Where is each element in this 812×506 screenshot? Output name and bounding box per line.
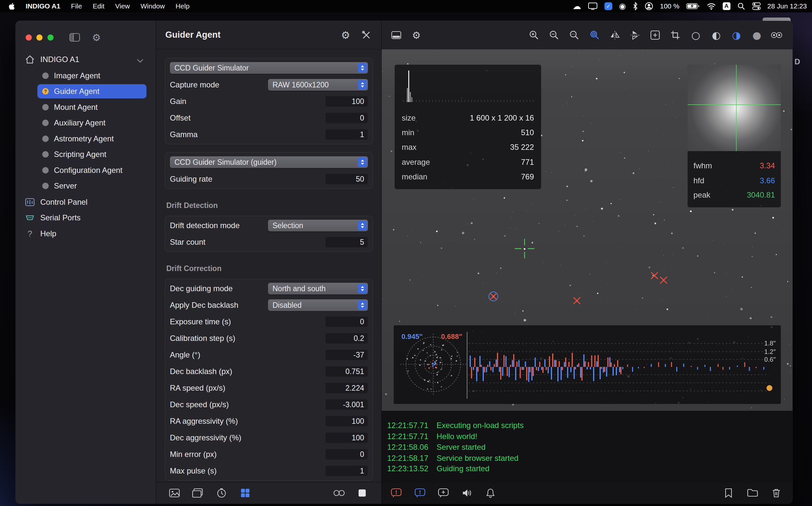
menu-edit[interactable]: Edit bbox=[93, 2, 104, 10]
menubar-app-name[interactable]: INDIGO A1 bbox=[26, 2, 61, 10]
sidebar-settings-gear-icon[interactable]: ⚙ bbox=[90, 32, 103, 43]
drift-correction-section-title: Drift Correction bbox=[166, 264, 372, 273]
offset-field[interactable]: 0 bbox=[325, 112, 368, 123]
log-line: 12:21:58.06Server started bbox=[387, 443, 486, 452]
stretch-none-icon[interactable]: ○ bbox=[688, 21, 704, 50]
speaker-icon[interactable] bbox=[459, 482, 475, 504]
grid-view-icon[interactable] bbox=[238, 482, 252, 504]
dec-aggressivity-field[interactable]: 100 bbox=[325, 432, 368, 443]
gain-field[interactable]: 100 bbox=[325, 96, 368, 107]
help-icon: ? bbox=[25, 229, 35, 239]
folder-icon[interactable] bbox=[745, 482, 760, 504]
drift-detection-mode-select[interactable]: Selection bbox=[268, 220, 368, 231]
blink-compare-icon[interactable] bbox=[769, 21, 784, 50]
flip-vertical-icon[interactable] bbox=[627, 21, 643, 50]
stretch-selected-icon[interactable]: ◑ bbox=[728, 21, 744, 50]
bookmark-icon[interactable] bbox=[721, 482, 736, 504]
select-stepper-icon bbox=[358, 300, 367, 310]
menu-view[interactable]: View bbox=[115, 2, 130, 10]
sidebar-item-root[interactable]: INDIGO A1 bbox=[16, 52, 156, 67]
messages-toggle-icon[interactable] bbox=[412, 482, 428, 504]
zoom-window-button[interactable] bbox=[47, 34, 54, 40]
zoom-in-icon[interactable] bbox=[526, 21, 542, 50]
agent-tools-icon[interactable] bbox=[361, 29, 372, 41]
agent-settings-gear-icon[interactable]: ⚙ bbox=[340, 29, 351, 41]
image-gallery-icon[interactable] bbox=[190, 482, 205, 504]
add-message-icon[interactable] bbox=[435, 482, 451, 504]
capture-settings-group: CCD Guider Simulator Capture mode RAW 16… bbox=[165, 58, 373, 144]
zoom-fit-icon[interactable] bbox=[567, 21, 582, 50]
apple-menu-icon[interactable] bbox=[8, 1, 15, 11]
guider-camera-select[interactable]: CCD Guider Simulator bbox=[170, 62, 368, 74]
check-tile-icon[interactable]: ✓ bbox=[604, 1, 612, 11]
loop-preview-icon[interactable] bbox=[332, 482, 346, 504]
wifi-icon[interactable] bbox=[707, 1, 716, 11]
control-center-icon[interactable] bbox=[752, 1, 761, 11]
exposure-time-field[interactable]: 0 bbox=[325, 316, 368, 327]
min-error-field[interactable]: 0 bbox=[325, 449, 368, 460]
screen-mirroring-icon[interactable] bbox=[588, 1, 598, 11]
guiding-rate-field[interactable]: 50 bbox=[325, 174, 368, 185]
capture-mode-select[interactable]: RAW 1600x1200 bbox=[268, 79, 368, 91]
menu-help[interactable]: Help bbox=[175, 2, 189, 10]
sidebar-item-astrometry-agent[interactable]: Astrometry Agent bbox=[16, 132, 156, 146]
guide-star-zoom-image bbox=[688, 65, 781, 151]
image-preview-icon[interactable] bbox=[167, 482, 182, 504]
ra-aggressivity-field[interactable]: 100 bbox=[325, 416, 368, 427]
sidebar-item-serial-ports[interactable]: Serial Ports bbox=[16, 210, 156, 225]
menubar-clock[interactable]: 28 Jun 12:23 bbox=[768, 2, 807, 10]
notifications-bell-icon[interactable] bbox=[483, 482, 498, 504]
input-source-icon[interactable]: A bbox=[723, 1, 730, 11]
sidebar-item-mount-agent[interactable]: Mount Agent bbox=[16, 100, 156, 114]
sidebar-item-guider-agent[interactable]: Guider Agent bbox=[16, 84, 156, 98]
sidebar-item-help[interactable]: ? Help bbox=[16, 227, 156, 241]
close-window-button[interactable] bbox=[26, 34, 32, 40]
stretch-half-icon[interactable]: ◐ bbox=[708, 21, 724, 50]
sidebar-item-scripting-agent[interactable]: Scripting Agent bbox=[16, 147, 156, 162]
menu-file[interactable]: File bbox=[71, 2, 82, 10]
sidebar-item-server[interactable]: Server bbox=[16, 179, 156, 193]
menu-window[interactable]: Window bbox=[141, 2, 165, 10]
stretch-full-icon[interactable]: ● bbox=[749, 21, 765, 50]
battery-icon[interactable] bbox=[686, 1, 700, 11]
ra-speed-field[interactable]: 2.224 bbox=[325, 383, 368, 394]
guider-panel-header: Guider Agent ⚙ bbox=[156, 21, 381, 50]
warnings-toggle-icon[interactable] bbox=[389, 482, 404, 504]
stop-icon[interactable] bbox=[355, 482, 369, 504]
angle-field[interactable]: -37 bbox=[325, 349, 368, 360]
toggle-sidebar-icon[interactable] bbox=[69, 32, 81, 43]
sidebar-item-imager-agent[interactable]: Imager Agent bbox=[16, 69, 156, 83]
minimize-window-button[interactable] bbox=[36, 34, 42, 40]
rejected-star-x-icon bbox=[649, 271, 659, 280]
disc-icon[interactable]: ◉ bbox=[619, 1, 626, 11]
timer-icon[interactable] bbox=[214, 482, 229, 504]
sidebar-item-control-panel[interactable]: Control Panel bbox=[16, 195, 156, 209]
crop-icon[interactable] bbox=[668, 21, 683, 50]
sidebar-item-auxiliary-agent[interactable]: Auxiliary Agent bbox=[16, 116, 156, 130]
viewer-settings-gear-icon[interactable]: ⚙ bbox=[409, 21, 424, 50]
flip-horizontal-icon[interactable] bbox=[607, 21, 623, 50]
guiding-graph-overlay: 0.945" 0.688" 1.8" 1.2" 0.6" bbox=[394, 325, 781, 404]
guider-device-select[interactable]: CCD Guider Simulator (guider) bbox=[170, 156, 368, 168]
max-pulse-field[interactable]: 1 bbox=[325, 466, 368, 477]
add-region-icon[interactable] bbox=[647, 21, 663, 50]
dec-speed-field[interactable]: -3.001 bbox=[325, 399, 368, 410]
toggle-info-panel-icon[interactable] bbox=[389, 21, 404, 50]
zoom-selection-icon[interactable] bbox=[587, 21, 603, 50]
chevron-down-icon[interactable] bbox=[138, 58, 142, 62]
star-count-field[interactable]: 5 bbox=[325, 237, 368, 248]
zoom-out-icon[interactable] bbox=[546, 21, 562, 50]
bluetooth-icon[interactable] bbox=[633, 1, 638, 11]
apply-dec-backlash-select[interactable]: Disabled bbox=[268, 299, 368, 311]
gamma-field[interactable]: 1 bbox=[325, 129, 368, 140]
spotlight-icon[interactable] bbox=[737, 1, 745, 11]
dec-backlash-field[interactable]: 0.751 bbox=[325, 366, 368, 377]
select-stepper-icon bbox=[358, 63, 367, 73]
trash-icon[interactable] bbox=[769, 482, 784, 504]
sidebar-item-configuration-agent[interactable]: Configuration Agent bbox=[16, 163, 156, 177]
dec-guiding-mode-select[interactable]: North and south bbox=[268, 283, 368, 294]
cloud-icon[interactable]: ☁ bbox=[573, 1, 581, 11]
calibration-step-field[interactable]: 0.2 bbox=[325, 333, 368, 344]
background-letter: D bbox=[795, 57, 800, 66]
user-icon[interactable] bbox=[645, 1, 653, 11]
